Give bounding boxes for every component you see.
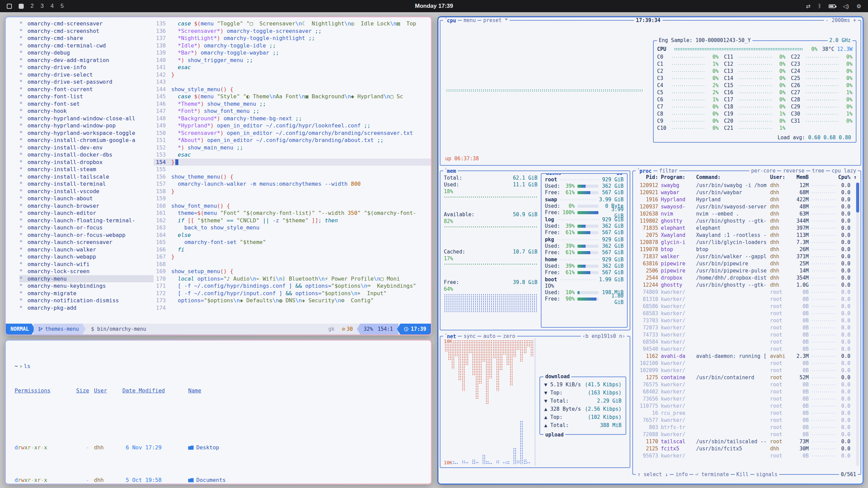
file-list-item[interactable]: omarchy-font-set (19, 100, 154, 108)
code-line[interactable]: 165 omarchy-font-set "$theme" (154, 239, 431, 246)
scrollbar-thumb[interactable] (856, 183, 859, 212)
settings-gear-icon[interactable]: ⚙ (856, 3, 861, 9)
process-row[interactable]: 110775 kworker/ root 0B 0.0 (634, 403, 855, 410)
code-line[interactable]: 154 } (154, 159, 431, 166)
volume-icon[interactable]: ◁) (843, 3, 849, 9)
mem-panel-title[interactable]: ²mem (443, 168, 458, 174)
process-row[interactable]: 72073 kworker/ root 0B 0.0 (634, 324, 855, 331)
process-row[interactable]: 94540 kworker/ root 0B 0.0 (634, 346, 855, 353)
proc-select-keys[interactable]: ↑ select ↓ (636, 471, 670, 477)
file-list-item[interactable]: omarchy-cmd-share (19, 35, 154, 42)
process-row[interactable]: 2125 fcitx5 /usr/bin/fcitx5 dhh 30M 0.0 (634, 445, 855, 452)
code-line[interactable]: 166 fi (154, 246, 431, 253)
process-row[interactable]: 1170 tailscal /usr/sbin/tailscaled -- ro… (634, 438, 855, 445)
code-line[interactable]: 152 *) show_main_menu ;; (154, 144, 431, 151)
workspace-4[interactable]: 4 (51, 3, 54, 9)
process-row[interactable]: 71835 elephant elephant dhh 397M 0.0 (634, 225, 855, 232)
code-line[interactable]: 149 *Hyprland*) open_in_editor ~/.config… (154, 122, 431, 129)
code-line[interactable]: 162 if [[ "$theme" == "CNCLD" || -z "$th… (154, 217, 431, 224)
proc-info-button[interactable]: info (674, 471, 689, 477)
code-line[interactable]: 146 *Theme*) show_theme_menu ;; (154, 100, 431, 108)
battery-icon[interactable] (829, 4, 835, 8)
process-row[interactable]: 68402 kworker/ root 0B 0.0 (634, 388, 855, 395)
file-list-item[interactable]: omarchy-drive-select (19, 71, 154, 79)
code-line[interactable]: 167 } (154, 253, 431, 261)
code-line[interactable]: 153 esac (154, 151, 431, 159)
workspace-5[interactable]: 5 (60, 3, 63, 9)
code-line[interactable]: 156 show_theme_menu() { (154, 173, 431, 181)
file-list-item[interactable]: omarchy-cmd-terminal-cwd (19, 42, 154, 49)
code-line[interactable]: 145 case $(menu "Style" "◐ Theme\nAa Fon… (154, 93, 431, 100)
code-line[interactable]: 174 (154, 304, 431, 312)
code-line[interactable]: 143 (154, 78, 431, 86)
net-interface[interactable]: ‹b enp191s0 n› (581, 333, 627, 339)
file-list-item[interactable]: omarchy-menu (19, 275, 154, 283)
proc-filter-button[interactable]: filter (657, 168, 679, 174)
preset-button[interactable]: preset * (481, 17, 509, 23)
menu-button[interactable]: menu (462, 17, 477, 23)
workspace-1-icon[interactable] (7, 4, 12, 9)
process-row[interactable]: 68586 kworker/ root 0B 0.0 (634, 303, 855, 310)
code-line[interactable]: 151 *About*) open_in_editor ~/.config/om… (154, 137, 431, 144)
active-window-icon[interactable] (19, 4, 24, 9)
process-row[interactable]: 102100 kworker/ root 0B 0.0 (634, 360, 855, 367)
file-list-item[interactable]: omarchy-hyprland-window-pop (19, 122, 154, 129)
code-line[interactable]: 159 (154, 195, 431, 202)
file-list-item[interactable]: omarchy-launch-or-focus (19, 224, 154, 231)
network-arrows-icon[interactable]: ⇄ (806, 3, 810, 9)
code-line[interactable]: 137 *NightLight*) omarchy-toggle-nightli… (154, 35, 431, 42)
process-row[interactable]: 74733 kworker/ root 0B 0.0 (634, 331, 855, 339)
process-row[interactable]: 74869 kworker/ root 0B 0.0 (634, 289, 855, 296)
process-row[interactable]: 63816 pipewire /usr/bin/pipewire dhh 25M… (634, 260, 855, 267)
process-row[interactable]: 102638 nvim nvim --embed . dhh 63M 0.0 (634, 210, 855, 218)
file-list-item[interactable]: omarchy-cmd-screenshot (19, 27, 154, 35)
file-list-item[interactable]: omarchy-cmd-screensaver (19, 20, 154, 27)
cpu-panel-title[interactable]: ¹cpu (443, 17, 458, 24)
file-list-item[interactable]: omarchy-drive-info (19, 64, 154, 71)
file-list-item[interactable]: omarchy-launch-about (19, 195, 154, 202)
process-row[interactable]: 71837 walker /usr/bin/walker --gappl dhh… (634, 253, 855, 260)
workspace-3[interactable]: 3 (40, 3, 43, 9)
update-interval-control[interactable]: - 2000ms + (824, 17, 858, 23)
file-list-item[interactable]: omarchy-launch-walker (19, 246, 154, 253)
code-line[interactable]: 163 back_to show_style_menu (154, 224, 431, 231)
code-line[interactable]: 148 *Background*) omarchy-theme-bg-next … (154, 115, 431, 122)
code-line[interactable]: 164 else (154, 231, 431, 239)
code-line[interactable]: 173 options="$options\n◈ Defaults\n◍ DNS… (154, 297, 431, 304)
process-row[interactable]: 72088 kworker/ root 0B 0.0 (634, 431, 855, 438)
file-list-item[interactable]: omarchy-install-vscode (19, 188, 154, 195)
process-row[interactable]: 803 btrfs-tr root 0B 0.0 (634, 424, 855, 431)
code-line[interactable]: 172 [ -f ~/.config/hypr/input.conf ] && … (154, 290, 431, 297)
code-line[interactable]: 138 *Idle*) omarchy-toggle-idle ;; (154, 42, 431, 49)
process-row[interactable]: 120937 swayosd- /usr/bin/swayosd-server … (634, 203, 855, 210)
process-row[interactable]: 12244 ghostty /usr/bin/ghostty --gtk- dh… (634, 282, 855, 289)
code-line[interactable]: 136 *Screensaver*) omarchy-toggle-screen… (154, 27, 431, 35)
code-line[interactable]: 135 case $(menu "Toggle" "▢ Screensaver\… (154, 20, 431, 27)
code-line[interactable]: 161 theme=$(menu "Font" "$(omarchy-font-… (154, 209, 431, 217)
process-row[interactable]: 1275 containe /usr/bin/containerd root 5… (634, 374, 855, 381)
code-pane[interactable]: 135 case $(menu "Toggle" "▢ Screensaver\… (154, 20, 431, 324)
proc-reverse-toggle[interactable]: reverse (781, 168, 806, 174)
process-row[interactable]: 2544 dropbox /home/dhh/.dropbox-dist dhh… (634, 274, 855, 282)
code-line[interactable]: 158 } (154, 188, 431, 195)
process-row[interactable]: 73656 kworker/ root 0B 0.0 (634, 395, 855, 403)
process-row[interactable]: 95673 kworker/ root 0B 0.0 (634, 452, 855, 460)
process-row[interactable]: 2506 pipewire /usr/bin/pipewire-pulse dh… (634, 267, 855, 274)
io-mode-button[interactable]: io (615, 173, 624, 176)
file-list-item[interactable]: omarchy-hook (19, 107, 154, 115)
process-row[interactable]: 120921 waybar /usr/bin/waybar dhh 68M 0.… (634, 189, 855, 196)
process-row[interactable]: 120878 glycin-i /usr/lib/glycin-loaders … (634, 239, 855, 246)
file-list-item[interactable]: omarchy-install-dev-env (19, 144, 154, 151)
file-list-item[interactable]: omarchy-migrate (19, 290, 154, 297)
disks-title[interactable]: disks (544, 173, 563, 176)
code-line[interactable]: 139 *Bar*) omarchy-toggle-waybar ;; (154, 49, 431, 57)
code-line[interactable]: 144 show_style_menu() { (154, 86, 431, 93)
file-list-item[interactable]: omarchy-notification-dismiss (19, 297, 154, 304)
file-list-item[interactable]: omarchy-install-tailscale (19, 173, 154, 181)
code-line[interactable]: 170 local options="♪ Audio\n⌁ Wifi\nᛒ Bl… (154, 275, 431, 283)
proc-panel-title[interactable]: ⁴proc (636, 168, 653, 174)
code-line[interactable]: 169 show_setup_menu() { (154, 268, 431, 275)
file-list-item[interactable]: omarchy-install-terminal (19, 180, 154, 188)
file-list-item[interactable]: omarchy-menu-keybindings (19, 282, 154, 290)
file-list-item[interactable]: omarchy-launch-editor (19, 209, 154, 217)
